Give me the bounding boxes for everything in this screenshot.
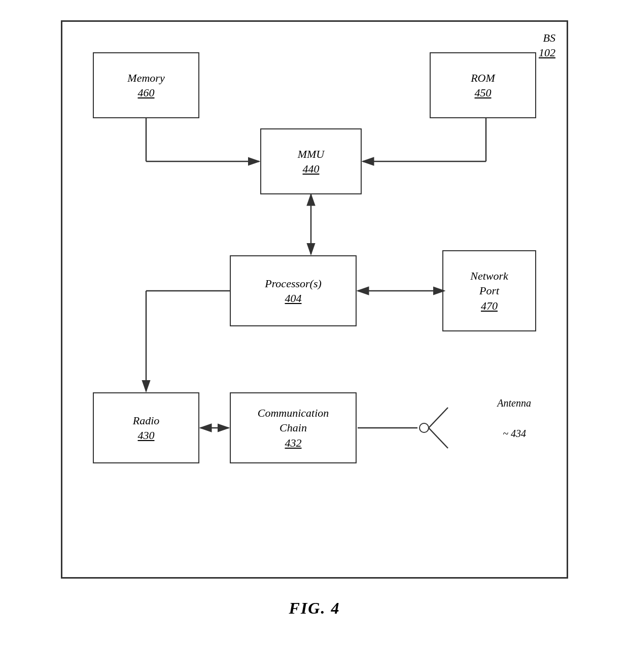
processor-box: Processor(s) 404	[230, 255, 357, 326]
rom-box: ROM 450	[430, 52, 536, 118]
radio-box: Radio 430	[93, 392, 199, 463]
svg-line-16	[429, 428, 448, 448]
memory-label: Memory	[127, 71, 164, 86]
network-number: 470	[481, 299, 498, 313]
mmu-number: 440	[303, 162, 320, 176]
memory-number: 460	[138, 86, 155, 99]
antenna-number: ~ 434	[503, 428, 526, 440]
commchain-number: 432	[285, 436, 302, 450]
rom-number: 450	[475, 86, 492, 99]
radio-number: 430	[138, 429, 155, 442]
network-box: NetworkPort 470	[442, 250, 536, 331]
processor-number: 404	[285, 292, 302, 305]
page-container: BS 102 Memory 460 ROM 450 MMU 440 Proces…	[36, 20, 593, 618]
diagram-outer: BS 102 Memory 460 ROM 450 MMU 440 Proces…	[61, 20, 568, 579]
network-label: NetworkPort	[470, 269, 508, 298]
figure-caption: FIG. 4	[289, 599, 340, 618]
mmu-box: MMU 440	[260, 128, 362, 194]
processor-label: Processor(s)	[265, 277, 322, 291]
antenna-label: Antenna	[497, 397, 531, 409]
radio-label: Radio	[133, 414, 160, 428]
bs-label: BS 102	[539, 31, 555, 60]
mmu-label: MMU	[298, 147, 325, 162]
memory-box: Memory 460	[93, 52, 199, 118]
commchain-box: CommunicationChain 432	[230, 392, 357, 463]
svg-line-15	[429, 408, 448, 428]
commchain-label: CommunicationChain	[258, 406, 329, 435]
rom-label: ROM	[471, 71, 495, 86]
svg-point-14	[420, 423, 429, 432]
